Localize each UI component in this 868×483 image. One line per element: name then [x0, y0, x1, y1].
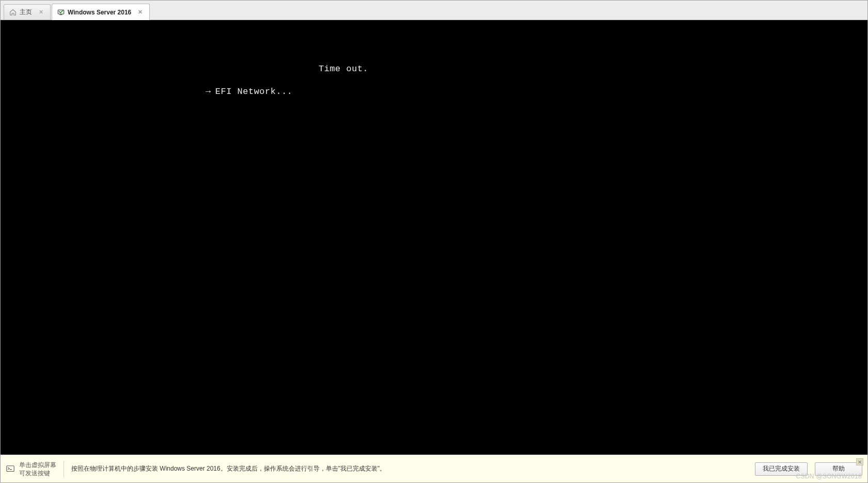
install-instruction: 按照在物理计算机中的步骤安装 Windows Server 2016。安装完成后… — [71, 464, 386, 473]
close-icon[interactable]: ✕ — [37, 9, 45, 15]
vm-monitor-icon — [57, 9, 65, 16]
home-icon — [9, 9, 17, 16]
hint-click-screen: 单击虚拟屏幕 可发送按键 — [6, 461, 64, 477]
vm-screen[interactable]: Time out. →EFI Network... — [1, 20, 867, 455]
tab-vm-label: Windows Server 2016 — [68, 9, 131, 16]
console-icon — [6, 464, 15, 474]
tab-vm[interactable]: Windows Server 2016 ✕ — [52, 4, 150, 20]
hint-line2: 可发送按键 — [19, 469, 56, 477]
svg-rect-1 — [59, 14, 62, 14]
tab-home[interactable]: 主页 ✕ — [4, 4, 51, 20]
tab-bar: 主页 ✕ Windows Server 2016 ✕ — [1, 1, 867, 20]
close-icon[interactable]: ✕ — [136, 9, 144, 15]
boot-efi-text: EFI Network... — [215, 87, 293, 96]
close-infobar-icon[interactable]: ✕ — [856, 458, 863, 465]
arrow-right-icon: → — [206, 86, 211, 98]
watermark: CSDN @SONGW2018 — [796, 473, 862, 480]
tab-home-label: 主页 — [20, 8, 32, 17]
app-window: 主页 ✕ Windows Server 2016 ✕ Time out. →EF… — [0, 0, 868, 483]
console-area: Time out. →EFI Network... — [1, 20, 867, 455]
hint-text: 单击虚拟屏幕 可发送按键 — [19, 461, 56, 477]
svg-rect-2 — [7, 465, 14, 471]
hint-line1: 单击虚拟屏幕 — [19, 461, 56, 469]
info-bar: 单击虚拟屏幕 可发送按键 按照在物理计算机中的步骤安装 Windows Serv… — [1, 455, 867, 482]
boot-timeout-text: Time out. — [319, 63, 368, 75]
boot-efi-line: →EFI Network... — [150, 75, 293, 109]
